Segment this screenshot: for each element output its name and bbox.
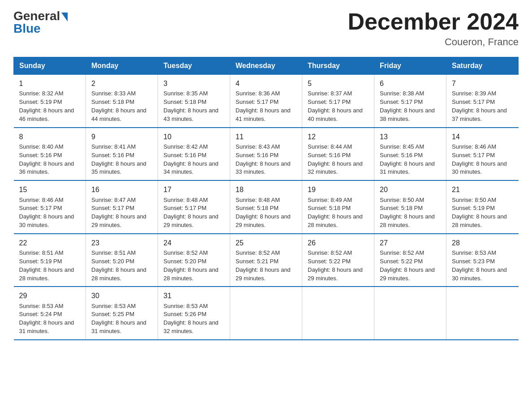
sunset-info: Sunset: 5:17 PM [91, 204, 152, 213]
day-number: 8 [19, 132, 81, 142]
day-number: 25 [236, 238, 296, 248]
day-number: 23 [91, 238, 152, 248]
calendar-cell: 7Sunrise: 8:39 AMSunset: 5:17 PMDaylight… [446, 75, 519, 128]
calendar-cell: 4Sunrise: 8:36 AMSunset: 5:17 PMDaylight… [230, 75, 302, 128]
sunset-info: Sunset: 5:18 PM [236, 204, 296, 213]
day-number: 19 [308, 184, 369, 195]
day-number: 6 [380, 78, 441, 89]
sunset-info: Sunset: 5:16 PM [19, 151, 81, 160]
calendar-cell: 10Sunrise: 8:42 AMSunset: 5:16 PMDayligh… [158, 128, 230, 181]
calendar-cell: 2Sunrise: 8:33 AMSunset: 5:18 PMDaylight… [86, 75, 158, 128]
calendar-cell: 9Sunrise: 8:41 AMSunset: 5:16 PMDaylight… [86, 128, 158, 181]
daylight-info: Daylight: 8 hours and 46 minutes. [19, 107, 81, 124]
calendar-week-2: 8Sunrise: 8:40 AMSunset: 5:16 PMDaylight… [14, 128, 519, 181]
sunrise-info: Sunrise: 8:51 AM [91, 249, 152, 257]
day-number: 15 [19, 184, 81, 195]
sunrise-info: Sunrise: 8:44 AM [308, 143, 369, 151]
day-number: 18 [236, 184, 296, 195]
page-header: General Blue December 2024 Coueron, Fran… [13, 9, 519, 48]
sunset-info: Sunset: 5:16 PM [308, 151, 369, 160]
calendar-cell: 27Sunrise: 8:52 AMSunset: 5:22 PMDayligh… [374, 234, 446, 287]
calendar-cell: 19Sunrise: 8:49 AMSunset: 5:18 PMDayligh… [302, 180, 374, 234]
daylight-info: Daylight: 8 hours and 29 minutes. [308, 266, 369, 283]
day-number: 21 [452, 184, 513, 195]
daylight-info: Daylight: 8 hours and 28 minutes. [452, 213, 513, 230]
sunrise-info: Sunrise: 8:52 AM [308, 249, 369, 257]
header-sunday: Sunday [14, 57, 86, 75]
day-number: 9 [91, 132, 152, 142]
daylight-info: Daylight: 8 hours and 28 minutes. [163, 266, 224, 283]
calendar-cell: 20Sunrise: 8:50 AMSunset: 5:18 PMDayligh… [374, 180, 446, 234]
day-number: 5 [308, 78, 369, 89]
sunrise-info: Sunrise: 8:50 AM [452, 196, 513, 205]
sunset-info: Sunset: 5:21 PM [236, 257, 296, 266]
sunrise-info: Sunrise: 8:33 AM [91, 90, 152, 98]
sunset-info: Sunset: 5:16 PM [163, 151, 224, 160]
sunset-info: Sunset: 5:25 PM [91, 310, 152, 319]
sunrise-info: Sunrise: 8:50 AM [380, 196, 441, 205]
daylight-info: Daylight: 8 hours and 34 minutes. [163, 160, 224, 177]
day-number: 20 [380, 184, 441, 195]
sunrise-info: Sunrise: 8:36 AM [236, 90, 296, 98]
sunrise-info: Sunrise: 8:53 AM [452, 249, 513, 257]
sunset-info: Sunset: 5:17 PM [452, 98, 513, 107]
sunrise-info: Sunrise: 8:53 AM [163, 302, 224, 311]
sunset-info: Sunset: 5:18 PM [380, 204, 441, 213]
day-number: 16 [91, 184, 152, 195]
sunset-info: Sunset: 5:18 PM [163, 98, 224, 107]
calendar-cell: 24Sunrise: 8:52 AMSunset: 5:20 PMDayligh… [158, 234, 230, 287]
calendar-cell: 26Sunrise: 8:52 AMSunset: 5:22 PMDayligh… [302, 234, 374, 287]
logo: General Blue [13, 9, 68, 36]
sunrise-info: Sunrise: 8:51 AM [19, 249, 81, 257]
sunset-info: Sunset: 5:16 PM [380, 151, 441, 160]
calendar-cell: 13Sunrise: 8:45 AMSunset: 5:16 PMDayligh… [374, 128, 446, 181]
day-number: 28 [452, 238, 513, 248]
calendar-cell [302, 287, 374, 340]
calendar-cell: 8Sunrise: 8:40 AMSunset: 5:16 PMDaylight… [14, 128, 86, 181]
day-number: 12 [308, 132, 369, 142]
calendar-week-5: 29Sunrise: 8:53 AMSunset: 5:24 PMDayligh… [14, 287, 519, 340]
daylight-info: Daylight: 8 hours and 38 minutes. [380, 107, 441, 124]
sunrise-info: Sunrise: 8:48 AM [236, 196, 296, 205]
header-thursday: Thursday [302, 57, 374, 75]
daylight-info: Daylight: 8 hours and 31 minutes. [380, 160, 441, 177]
sunset-info: Sunset: 5:17 PM [380, 98, 441, 107]
sunset-info: Sunset: 5:20 PM [163, 257, 224, 266]
calendar-cell: 30Sunrise: 8:53 AMSunset: 5:25 PMDayligh… [86, 287, 158, 340]
daylight-info: Daylight: 8 hours and 40 minutes. [308, 107, 369, 124]
day-number: 13 [380, 132, 441, 142]
sunset-info: Sunset: 5:17 PM [163, 204, 224, 213]
calendar-cell: 18Sunrise: 8:48 AMSunset: 5:18 PMDayligh… [230, 180, 302, 234]
daylight-info: Daylight: 8 hours and 32 minutes. [308, 160, 369, 177]
sunrise-info: Sunrise: 8:40 AM [19, 143, 81, 151]
calendar-cell [446, 287, 519, 340]
sunset-info: Sunset: 5:18 PM [308, 204, 369, 213]
calendar-week-4: 22Sunrise: 8:51 AMSunset: 5:19 PMDayligh… [14, 234, 519, 287]
sunset-info: Sunset: 5:19 PM [19, 257, 81, 266]
calendar-cell: 21Sunrise: 8:50 AMSunset: 5:19 PMDayligh… [446, 180, 519, 234]
day-number: 3 [163, 78, 224, 89]
calendar-cell: 22Sunrise: 8:51 AMSunset: 5:19 PMDayligh… [14, 234, 86, 287]
day-number: 7 [452, 78, 513, 89]
sunrise-info: Sunrise: 8:49 AM [308, 196, 369, 205]
daylight-info: Daylight: 8 hours and 29 minutes. [236, 266, 296, 283]
day-number: 27 [380, 238, 441, 248]
header-tuesday: Tuesday [158, 57, 230, 75]
daylight-info: Daylight: 8 hours and 28 minutes. [19, 266, 81, 283]
calendar-cell: 29Sunrise: 8:53 AMSunset: 5:24 PMDayligh… [14, 287, 86, 340]
sunrise-info: Sunrise: 8:35 AM [163, 90, 224, 98]
daylight-info: Daylight: 8 hours and 28 minutes. [308, 213, 369, 230]
daylight-info: Daylight: 8 hours and 30 minutes. [452, 160, 513, 177]
sunset-info: Sunset: 5:17 PM [452, 151, 513, 160]
sunset-info: Sunset: 5:19 PM [19, 98, 81, 107]
sunrise-info: Sunrise: 8:52 AM [163, 249, 224, 257]
day-number: 2 [91, 78, 152, 89]
sunrise-info: Sunrise: 8:38 AM [380, 90, 441, 98]
day-number: 29 [19, 291, 81, 301]
calendar-week-3: 15Sunrise: 8:46 AMSunset: 5:17 PMDayligh… [14, 180, 519, 234]
sunset-info: Sunset: 5:17 PM [308, 98, 369, 107]
daylight-info: Daylight: 8 hours and 41 minutes. [236, 107, 296, 124]
calendar-cell [230, 287, 302, 340]
day-number: 24 [163, 238, 224, 248]
calendar-cell: 5Sunrise: 8:37 AMSunset: 5:17 PMDaylight… [302, 75, 374, 128]
